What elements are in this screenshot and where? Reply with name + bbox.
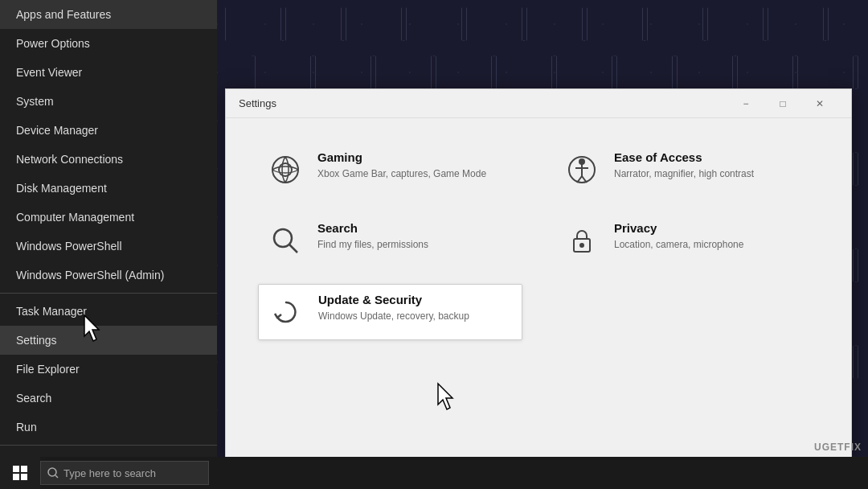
menu-item-label: Task Manager — [16, 305, 87, 318]
menu-item-computer-management[interactable]: Computer Management — [0, 203, 217, 232]
menu-item-label: Search — [16, 392, 51, 405]
settings-item-description: Windows Update, recovery, backup — [318, 310, 469, 323]
menu-item-settings[interactable]: Settings — [0, 326, 217, 355]
svg-rect-15 — [21, 474, 27, 480]
maximize-button[interactable]: □ — [764, 89, 801, 118]
settings-item-title: Search — [317, 221, 428, 235]
settings-item-privacy[interactable]: PrivacyLocation, camera, microphone — [555, 213, 819, 268]
menu-item-label: Device Manager — [16, 124, 98, 137]
start-button[interactable] — [0, 457, 40, 489]
menu-item-system[interactable]: System — [0, 87, 217, 116]
settings-item-title: Update & Security — [318, 293, 469, 306]
minimize-button[interactable]: − — [727, 89, 764, 118]
window-title: Settings — [239, 97, 727, 109]
svg-point-1 — [279, 163, 292, 176]
window-controls: − □ ✕ — [727, 89, 838, 118]
menu-item-label: Disk Management — [16, 182, 107, 195]
settings-item-description: Location, camera, microphone — [614, 238, 743, 252]
menu-item-label: Event Viewer — [16, 66, 82, 79]
watermark: UGETFIX — [814, 442, 862, 453]
menu-item-label: Power Options — [16, 37, 90, 50]
menu-item-network-connections[interactable]: Network Connections — [0, 145, 217, 174]
gaming-icon — [266, 150, 305, 189]
settings-item-text: GamingXbox Game Bar, captures, Game Mode — [317, 150, 486, 181]
context-menu: Apps and FeaturesPower OptionsEvent View… — [0, 0, 217, 489]
menu-item-task-manager[interactable]: Task Manager — [0, 297, 217, 326]
settings-item-description: Find my files, permissions — [317, 238, 428, 252]
settings-item-description: Xbox Game Bar, captures, Game Mode — [317, 167, 486, 181]
settings-item-title: Privacy — [614, 221, 743, 235]
menu-item-power-options[interactable]: Power Options — [0, 29, 217, 58]
window-content: GamingXbox Game Bar, captures, Game Mode… — [226, 118, 851, 458]
settings-item-title: Gaming — [317, 150, 486, 164]
svg-point-3 — [579, 159, 584, 164]
menu-item-device-manager[interactable]: Device Manager — [0, 116, 217, 145]
svg-point-16 — [48, 468, 56, 476]
menu-item-label: Apps and Features — [16, 8, 111, 21]
search-placeholder: Type here to search — [63, 467, 156, 479]
settings-item-text: Update & SecurityWindows Update, recover… — [318, 293, 469, 323]
svg-point-0 — [272, 157, 298, 183]
close-button[interactable]: ✕ — [801, 89, 838, 118]
menu-item-label: Windows PowerShell (Admin) — [16, 269, 164, 281]
menu-item-apps-and-features[interactable]: Apps and Features — [0, 0, 217, 29]
svg-rect-14 — [13, 474, 19, 480]
settings-item-text: Ease of AccessNarrator, magnifier, high … — [614, 150, 754, 181]
taskbar: Type here to search — [0, 457, 868, 489]
menu-item-run[interactable]: Run — [0, 413, 217, 442]
settings-window: Settings − □ ✕ GamingXbox Game Bar, capt… — [225, 88, 852, 458]
menu-item-event-viewer[interactable]: Event Viewer — [0, 58, 217, 87]
settings-item-text: SearchFind my files, permissions — [317, 221, 428, 252]
search-icon — [266, 221, 305, 260]
settings-item-title: Ease of Access — [614, 150, 754, 164]
menu-item-label: Computer Management — [16, 211, 134, 224]
menu-divider — [0, 293, 217, 294]
svg-point-8 — [274, 229, 292, 247]
menu-item-label: File Explorer — [16, 363, 80, 376]
svg-rect-13 — [21, 466, 27, 472]
menu-item-windows-powershell-admin[interactable]: Windows PowerShell (Admin) — [0, 261, 217, 290]
privacy-icon — [563, 221, 601, 260]
settings-item-search[interactable]: SearchFind my files, permissions — [258, 213, 522, 268]
menu-item-windows-powershell[interactable]: Windows PowerShell — [0, 232, 217, 261]
menu-item-file-explorer[interactable]: File Explorer — [0, 355, 217, 384]
menu-divider — [0, 445, 217, 446]
svg-point-11 — [580, 244, 583, 247]
settings-item-description: Narrator, magnifier, high contrast — [614, 167, 754, 181]
menu-item-label: Network Connections — [16, 153, 123, 166]
settings-item-ease-of-access[interactable]: Ease of AccessNarrator, magnifier, high … — [555, 142, 819, 197]
settings-item-gaming[interactable]: GamingXbox Game Bar, captures, Game Mode — [258, 142, 522, 197]
settings-item-text: PrivacyLocation, camera, microphone — [614, 221, 743, 252]
taskbar-search[interactable]: Type here to search — [40, 461, 209, 485]
svg-rect-12 — [13, 466, 19, 472]
settings-item-update-security[interactable]: Update & SecurityWindows Update, recover… — [258, 284, 522, 340]
menu-item-disk-management[interactable]: Disk Management — [0, 174, 217, 203]
menu-item-label: Settings — [16, 334, 57, 347]
svg-line-9 — [289, 244, 297, 253]
menu-item-label: System — [16, 95, 54, 108]
menu-item-label: Run — [16, 421, 37, 434]
svg-line-17 — [55, 475, 58, 478]
menu-item-label: Windows PowerShell — [16, 240, 122, 253]
window-titlebar: Settings − □ ✕ — [226, 89, 851, 118]
ease-of-access-icon — [563, 150, 601, 189]
update-icon — [267, 293, 305, 331]
menu-item-search[interactable]: Search — [0, 384, 217, 413]
